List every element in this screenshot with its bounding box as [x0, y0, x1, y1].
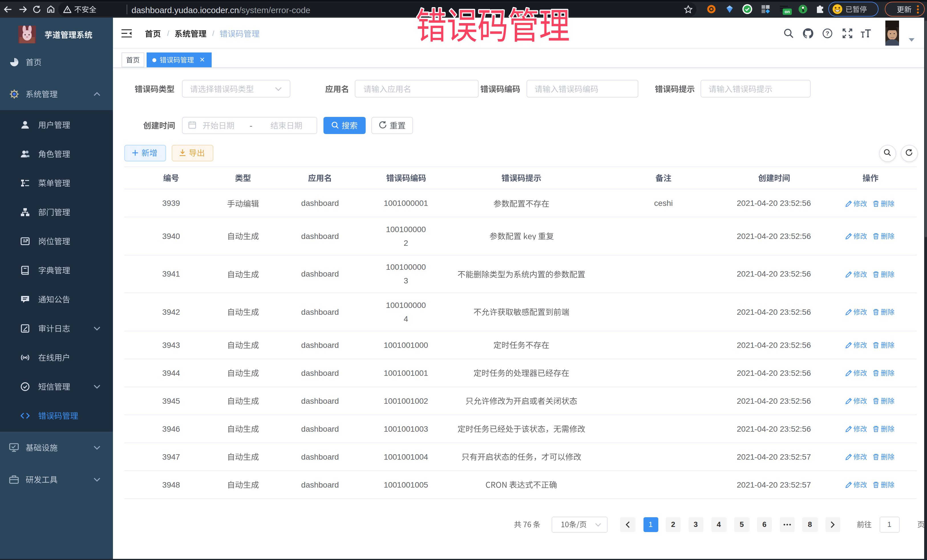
svg-text:?: ?: [826, 30, 830, 36]
